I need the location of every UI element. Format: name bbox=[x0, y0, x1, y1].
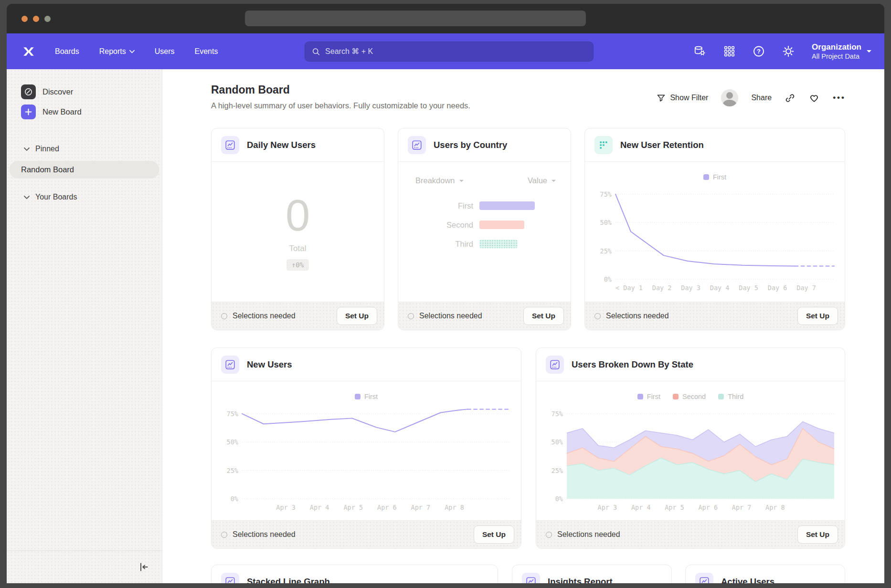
users-by-state-chart: FirstSecondThird 75%50%25%0% Apr 3Apr 4A… bbox=[536, 381, 845, 511]
apps-grid-icon[interactable] bbox=[723, 45, 735, 58]
minimize-window-button[interactable] bbox=[33, 16, 39, 22]
share-button[interactable]: Share bbox=[751, 94, 772, 102]
nav-item-boards[interactable]: Boards bbox=[55, 47, 79, 56]
retention-grid-icon bbox=[594, 136, 613, 154]
legend-swatch bbox=[637, 394, 643, 399]
breakdown-row-label: Second bbox=[398, 220, 473, 230]
help-icon[interactable]: ? bbox=[753, 45, 765, 58]
card-title: Active Users bbox=[721, 577, 774, 583]
x-axis-labels: Apr 3Apr 4Apr 5Apr 6Apr 7Apr 8 bbox=[567, 504, 834, 511]
line-chart-icon bbox=[695, 573, 713, 583]
avatar[interactable] bbox=[721, 89, 738, 106]
breakdown-dropdown[interactable]: Breakdown bbox=[415, 176, 464, 185]
status-text: Selections needed bbox=[594, 312, 669, 320]
x-axis-labels: Apr 3Apr 4Apr 5Apr 6Apr 7Apr 8 bbox=[242, 504, 510, 511]
breakdown-rows: FirstSecondThird bbox=[398, 196, 571, 253]
legend-swatch bbox=[703, 174, 709, 180]
retention-chart: First 75%50%25%0% < Day 1Day 2Day 3Day 4… bbox=[585, 162, 845, 292]
org-name: Organization bbox=[812, 42, 861, 52]
card-title: Insights Report bbox=[548, 577, 613, 583]
global-search[interactable] bbox=[305, 42, 594, 62]
breakdown-row: Third bbox=[398, 234, 571, 253]
legend-swatch bbox=[355, 394, 361, 399]
breakdown-row-bar bbox=[479, 201, 535, 210]
status-circle-icon bbox=[546, 532, 552, 538]
card-title: Users Broken Down By State bbox=[572, 359, 693, 370]
close-window-button[interactable] bbox=[21, 16, 28, 22]
set-up-button[interactable]: Set Up bbox=[797, 307, 838, 325]
primary-nav: Boards Reports Users Events bbox=[55, 47, 218, 56]
set-up-button[interactable]: Set Up bbox=[337, 307, 377, 325]
breakdown-row: Second bbox=[398, 215, 571, 234]
sidebar-item-random-board[interactable]: Random Board bbox=[10, 161, 159, 178]
status-circle-icon bbox=[221, 313, 227, 319]
search-icon bbox=[312, 47, 320, 56]
show-filter-button[interactable]: Show Filter bbox=[657, 94, 708, 103]
sidebar-section-pinned[interactable]: Pinned bbox=[24, 141, 162, 157]
metric-value: 0 bbox=[286, 193, 310, 237]
chevron-down-icon bbox=[129, 50, 135, 53]
url-bar[interactable] bbox=[245, 10, 586, 26]
set-up-button[interactable]: Set Up bbox=[797, 525, 838, 544]
sidebar-item-new-board[interactable]: New Board bbox=[21, 102, 162, 122]
compass-icon bbox=[21, 84, 36, 99]
nav-item-events[interactable]: Events bbox=[195, 47, 218, 56]
nav-item-reports[interactable]: Reports bbox=[99, 47, 135, 56]
heart-icon[interactable] bbox=[808, 92, 820, 104]
legend-swatch bbox=[673, 394, 679, 399]
sidebar-section-your-boards[interactable]: Your Boards bbox=[24, 189, 162, 205]
plus-icon bbox=[21, 105, 36, 119]
chart-legend: FirstSecondThird bbox=[536, 392, 845, 401]
link-icon[interactable] bbox=[785, 93, 796, 104]
status-circle-icon bbox=[221, 532, 227, 538]
search-input[interactable] bbox=[325, 47, 586, 56]
board-main: Random Board A high-level summary of use… bbox=[162, 69, 884, 583]
status-circle-icon bbox=[594, 313, 601, 319]
sidebar-item-discover[interactable]: Discover bbox=[21, 82, 162, 102]
status-text: Selections needed bbox=[408, 312, 482, 320]
svg-text:?: ? bbox=[757, 48, 761, 55]
collapse-sidebar-icon[interactable] bbox=[138, 561, 149, 573]
breakdown-row: First bbox=[398, 196, 571, 215]
value-dropdown[interactable]: Value bbox=[528, 176, 556, 185]
sidebar-item-label: New Board bbox=[42, 107, 82, 116]
new-users-chart: First 75%50%25%0% Apr 3Apr 4Apr 5Apr 6Ap… bbox=[212, 381, 521, 511]
set-up-button[interactable]: Set Up bbox=[523, 307, 564, 325]
card-stacked-line-graph: Stacked Line Graph bbox=[211, 565, 498, 583]
more-options-button[interactable]: ••• bbox=[833, 93, 846, 103]
funnel-icon bbox=[657, 94, 666, 103]
card-title: Daily New Users bbox=[247, 140, 316, 150]
set-up-button[interactable]: Set Up bbox=[474, 525, 514, 544]
card-daily-new-users: Daily New Users 0 Total ↑0% Selections n… bbox=[211, 128, 384, 330]
line-chart-icon bbox=[522, 573, 540, 583]
data-management-icon[interactable] bbox=[693, 45, 706, 58]
status-text: Selections needed bbox=[546, 530, 620, 539]
line-chart-icon bbox=[221, 573, 239, 583]
card-title: Stacked Line Graph bbox=[247, 577, 330, 583]
metric-delta-badge: ↑0% bbox=[286, 259, 308, 271]
gear-icon[interactable] bbox=[782, 45, 795, 58]
chevron-down-icon bbox=[24, 195, 30, 200]
sidebar: Discover New Board Pinned Random Board bbox=[7, 69, 162, 583]
nav-item-users[interactable]: Users bbox=[155, 47, 175, 56]
breakdown-row-label: Third bbox=[398, 240, 473, 249]
top-navbar: Boards Reports Users Events bbox=[7, 33, 884, 69]
org-switcher[interactable]: Organization All Project Data bbox=[812, 42, 872, 61]
zoom-window-button[interactable] bbox=[44, 16, 51, 22]
chart-legend: First bbox=[212, 392, 521, 401]
line-chart-icon bbox=[546, 356, 564, 374]
card-title: Users by Country bbox=[434, 140, 507, 150]
sidebar-footer bbox=[7, 550, 162, 583]
legend-swatch bbox=[718, 394, 724, 399]
x-axis-labels: < Day 1Day 2Day 3Day 4Day 5Day 6Day 7 bbox=[615, 284, 834, 292]
page-subtitle: A high-level summary of user behaviors. … bbox=[211, 101, 470, 110]
mixpanel-logo-icon[interactable] bbox=[22, 45, 35, 58]
org-project: All Project Data bbox=[812, 52, 861, 61]
line-chart-icon bbox=[408, 136, 426, 154]
metric-body: 0 Total ↑0% bbox=[212, 162, 384, 302]
breakdown-row-bar bbox=[479, 240, 518, 248]
breakdown-row-bar bbox=[479, 220, 524, 229]
card-new-users: New Users First 75%50%25%0% Apr 3Apr 4Ap… bbox=[211, 347, 521, 549]
status-text: Selections needed bbox=[221, 312, 296, 320]
window-titlebar bbox=[7, 4, 884, 33]
